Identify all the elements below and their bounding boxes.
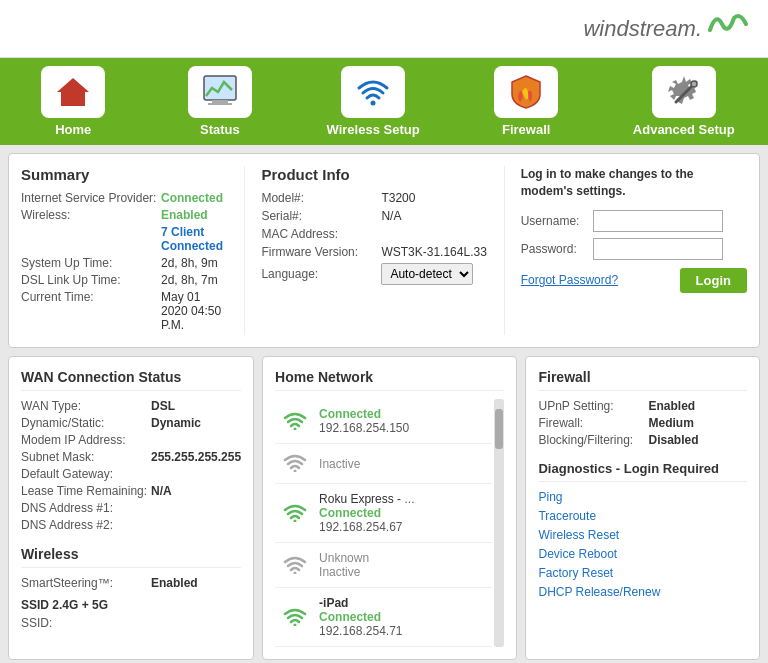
- svg-rect-3: [212, 100, 228, 103]
- product-firmware-value: WST3K-31.164L.33: [381, 245, 486, 259]
- device-reboot-link[interactable]: Device Reboot: [538, 547, 747, 561]
- home-network-col: Home Network Connected 192.168.254.150: [262, 356, 517, 660]
- summary-wireless-row: Wireless: Enabled: [21, 208, 228, 222]
- firewall-col: Firewall UPnP Setting: Enabled Firewall:…: [525, 356, 760, 660]
- login-password-row: Password:: [521, 238, 747, 260]
- wan-dynamic-label: Dynamic/Static:: [21, 416, 151, 430]
- product-info-title: Product Info: [261, 166, 487, 183]
- smartsteering-value: Enabled: [151, 576, 198, 590]
- svg-point-12: [294, 571, 297, 574]
- product-model-value: T3200: [381, 191, 415, 205]
- firewall-title: Firewall: [538, 369, 747, 391]
- device-3-info: Roku Express - ... Connected 192.168.254…: [319, 492, 414, 534]
- nav-status-label: Status: [200, 122, 240, 137]
- language-select[interactable]: Auto-detect English Spanish: [381, 263, 473, 285]
- summary-isp-value: Connected: [161, 191, 223, 205]
- device-3-ip: 192.168.254.67: [319, 520, 402, 534]
- summary-isp-label: Internet Service Provider:: [21, 191, 161, 205]
- summary-title: Summary: [21, 166, 228, 183]
- username-input[interactable]: [593, 210, 723, 232]
- logo: windstream.: [583, 10, 748, 47]
- wan-dns1-row: DNS Address #1:: [21, 501, 241, 515]
- nav-item-status[interactable]: Status: [170, 58, 270, 145]
- fw-value: Medium: [648, 416, 693, 430]
- summary-uptime-label: System Up Time:: [21, 256, 161, 270]
- wan-gateway-label: Default Gateway:: [21, 467, 151, 481]
- svg-point-5: [371, 101, 376, 106]
- password-input[interactable]: [593, 238, 723, 260]
- dhcp-link[interactable]: DHCP Release/Renew: [538, 585, 747, 599]
- wireless-panel-title: Wireless: [21, 546, 241, 568]
- fw-label: Firewall:: [538, 416, 648, 430]
- wifi-active-icon-3: [279, 606, 311, 629]
- smartsteering-label: SmartSteering™:: [21, 576, 151, 590]
- wan-type-row: WAN Type: DSL: [21, 399, 241, 413]
- summary-uptime-value: 2d, 8h, 9m: [161, 256, 218, 270]
- device-5-status: Connected: [319, 610, 381, 624]
- summary-time-label: Current Time:: [21, 290, 161, 332]
- login-username-row: Username:: [521, 210, 747, 232]
- product-language-row: Language: Auto-detect English Spanish: [261, 263, 487, 285]
- logo-wave-icon: [708, 10, 748, 47]
- blocking-value: Disabled: [648, 433, 698, 447]
- wan-subnet-label: Subnet Mask:: [21, 450, 151, 464]
- wan-wireless-col: WAN Connection Status WAN Type: DSL Dyna…: [8, 356, 254, 660]
- ping-link[interactable]: Ping: [538, 490, 747, 504]
- wan-title: WAN Connection Status: [21, 369, 241, 391]
- summary-dsl-value: 2d, 8h, 7m: [161, 273, 218, 287]
- network-device-5: -iPad Connected 192.168.254.71: [275, 588, 492, 647]
- product-language-label: Language:: [261, 267, 381, 281]
- network-device-2: Inactive: [275, 444, 492, 484]
- ssid-title: SSID 2.4G + 5G: [21, 598, 241, 612]
- home-icon-box: [41, 66, 105, 118]
- device-5-ip: 192.168.254.71: [319, 624, 402, 638]
- wan-subnet-row: Subnet Mask: 255.255.255.255: [21, 450, 241, 464]
- forgot-password-link[interactable]: Forgot Password?: [521, 273, 618, 287]
- blocking-row: Blocking/Filtering: Disabled: [538, 433, 747, 447]
- device-3-status: Connected: [319, 506, 381, 520]
- product-firmware-row: Firmware Version: WST3K-31.164L.33: [261, 245, 487, 259]
- device-5-name: -iPad: [319, 596, 348, 610]
- wan-dns1-label: DNS Address #1:: [21, 501, 151, 515]
- product-mac-label: MAC Address:: [261, 227, 381, 241]
- ssid-label: SSID:: [21, 616, 71, 630]
- scrollbar[interactable]: [494, 399, 504, 647]
- product-serial-value: N/A: [381, 209, 401, 223]
- factory-reset-link[interactable]: Factory Reset: [538, 566, 747, 580]
- wifi-active-icon: [279, 410, 311, 433]
- wireless-icon-box: [341, 66, 405, 118]
- nav-item-firewall[interactable]: Firewall: [476, 58, 576, 145]
- product-firmware-label: Firmware Version:: [261, 245, 381, 259]
- nav-item-advanced-setup[interactable]: Advanced Setup: [623, 58, 745, 145]
- device-5-info: -iPad Connected 192.168.254.71: [319, 596, 402, 638]
- upnp-label: UPnP Setting:: [538, 399, 648, 413]
- device-2-status: Inactive: [319, 457, 360, 471]
- wireless-panel: Wireless SmartSteering™: Enabled SSID 2.…: [21, 546, 241, 630]
- wifi-inactive-icon-2: [279, 554, 311, 577]
- device-4-status: Inactive: [319, 565, 360, 579]
- svg-point-9: [294, 427, 297, 430]
- wireless-reset-link[interactable]: Wireless Reset: [538, 528, 747, 542]
- summary-time-value: May 01 2020 04:50 P.M.: [161, 290, 228, 332]
- wan-modemip-label: Modem IP Address:: [21, 433, 151, 447]
- nav-item-wireless-setup[interactable]: Wireless Setup: [317, 58, 430, 145]
- traceroute-link[interactable]: Traceroute: [538, 509, 747, 523]
- login-button[interactable]: Login: [680, 268, 747, 293]
- smartsteering-row: SmartSteering™: Enabled: [21, 576, 241, 590]
- device-1-status: Connected: [319, 407, 381, 421]
- svg-point-11: [294, 519, 297, 522]
- product-model-label: Model#:: [261, 191, 381, 205]
- product-info-col: Product Info Model#: T3200 Serial#: N/A …: [244, 166, 487, 335]
- login-col: Log in to make changes to the modem's se…: [504, 166, 747, 335]
- nav-item-home[interactable]: Home: [23, 58, 123, 145]
- nav-home-label: Home: [55, 122, 91, 137]
- summary-dsl-label: DSL Link Up Time:: [21, 273, 161, 287]
- summary-clients-row: 7 Client Connected: [21, 225, 228, 253]
- upnp-row: UPnP Setting: Enabled: [538, 399, 747, 413]
- wan-modemip-row: Modem IP Address:: [21, 433, 241, 447]
- device-4-name: Unknown: [319, 551, 369, 565]
- summary-col: Summary Internet Service Provider: Conne…: [21, 166, 228, 335]
- wifi-active-icon-2: [279, 502, 311, 525]
- wan-dynamic-row: Dynamic/Static: Dynamic: [21, 416, 241, 430]
- device-3-extra: ...: [404, 492, 414, 506]
